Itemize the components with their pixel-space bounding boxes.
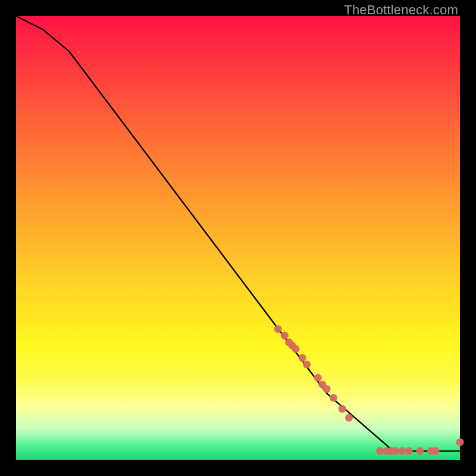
data-point: [303, 361, 311, 368]
data-point: [456, 439, 464, 446]
bottleneck-curve: [16, 16, 460, 451]
data-point: [314, 374, 322, 381]
attribution-watermark: TheBottleneck.com: [344, 2, 458, 18]
plot-area: [16, 16, 460, 460]
data-point: [431, 447, 439, 455]
data-point: [330, 394, 337, 402]
chart-stage: TheBottleneck.com: [0, 0, 476, 476]
data-point: [281, 332, 289, 340]
data-point: [405, 447, 413, 455]
data-point: [376, 447, 384, 455]
data-point: [345, 414, 353, 422]
data-point: [392, 447, 399, 455]
data-point: [274, 325, 282, 333]
plot-svg: [16, 16, 460, 460]
scatter-markers: [274, 325, 464, 455]
data-point: [299, 354, 306, 362]
data-point: [399, 447, 406, 455]
data-point: [416, 447, 424, 455]
data-point: [292, 345, 299, 353]
data-point: [323, 385, 331, 393]
data-point: [339, 405, 346, 413]
